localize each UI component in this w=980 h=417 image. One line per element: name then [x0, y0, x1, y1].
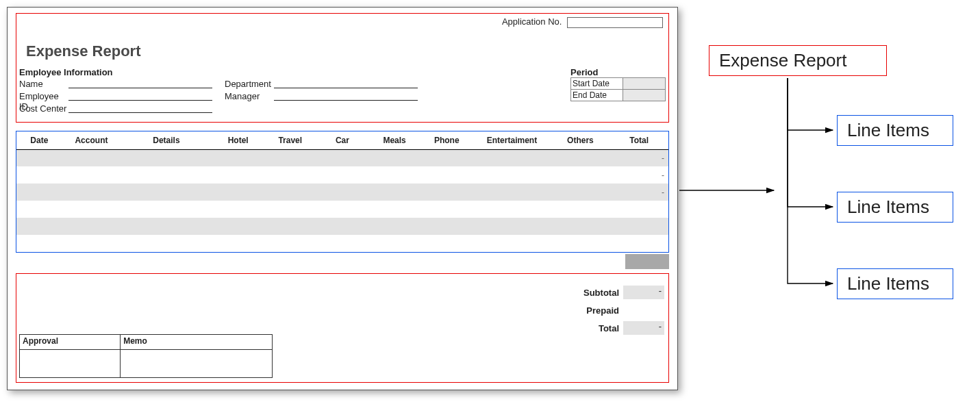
- total-label: Total: [562, 323, 623, 333]
- subtotal-value: -: [623, 286, 664, 299]
- approval-header: Approval: [20, 335, 121, 349]
- annotation-root: Expense Report: [709, 45, 887, 76]
- manager-input[interactable]: [274, 91, 418, 101]
- col-entertainment: Entertaiment: [473, 131, 551, 149]
- subtotal-label: Subtotal: [562, 288, 623, 298]
- total-value: -: [623, 321, 664, 335]
- line-item-row[interactable]: [16, 149, 668, 166]
- line-item-row[interactable]: [16, 184, 668, 201]
- approval-box: Approval Memo: [19, 334, 273, 378]
- line-item-row[interactable]: [16, 201, 668, 218]
- annotation-child-3: Line Items: [837, 268, 953, 299]
- manager-label: Manager: [225, 91, 274, 103]
- name-label: Name: [19, 79, 68, 91]
- form-title: Expense Report: [26, 42, 141, 60]
- name-input[interactable]: [68, 79, 212, 88]
- col-account: Account: [62, 131, 121, 149]
- application-number-label: Application No.: [502, 16, 562, 27]
- line-item-row[interactable]: [16, 235, 668, 252]
- application-number-field: Application No.: [502, 16, 663, 28]
- col-total: Total: [610, 131, 668, 149]
- col-date: Date: [16, 131, 62, 149]
- col-meals: Meals: [368, 131, 420, 149]
- period-heading: Period: [570, 67, 666, 77]
- line-items-table: Date Account Details Hotel Travel Car Me…: [16, 131, 668, 252]
- totals-block: Subtotal - Prepaid Total -: [562, 283, 664, 337]
- grand-total-cell: [625, 254, 669, 269]
- header-section: Application No. Expense Report Employee …: [16, 13, 669, 123]
- annotation-child-1: Line Items: [837, 115, 953, 146]
- col-others: Others: [551, 131, 610, 149]
- period-block: Period Start Date End Date: [570, 67, 666, 101]
- col-details: Details: [121, 131, 212, 149]
- annotation-child-2: Line Items: [837, 192, 953, 223]
- department-label: Department: [225, 79, 274, 91]
- cost-center-input[interactable]: [68, 103, 212, 113]
- col-phone: Phone: [420, 131, 473, 149]
- line-item-row[interactable]: [16, 218, 668, 235]
- line-items-section: Date Account Details Hotel Travel Car Me…: [16, 131, 669, 253]
- approval-cell[interactable]: [20, 350, 121, 377]
- employee-info-heading: Employee Information: [19, 67, 418, 77]
- memo-header: Memo: [121, 335, 150, 349]
- employee-id-input[interactable]: [68, 91, 212, 101]
- line-item-row[interactable]: [16, 166, 668, 184]
- col-travel: Travel: [264, 131, 316, 149]
- application-number-input[interactable]: [567, 17, 663, 28]
- start-date-label: Start Date: [571, 78, 623, 90]
- col-hotel: Hotel: [212, 131, 264, 149]
- expense-report-form: Application No. Expense Report Employee …: [7, 7, 678, 390]
- prepaid-label: Prepaid: [562, 305, 623, 316]
- employee-info-block: Employee Information Name Department Emp…: [19, 67, 418, 116]
- cost-center-label: Cost Center: [19, 103, 68, 116]
- end-date-label: End Date: [571, 90, 623, 101]
- col-car: Car: [316, 131, 368, 149]
- end-date-input[interactable]: [623, 90, 666, 101]
- line-items-header-row: Date Account Details Hotel Travel Car Me…: [16, 131, 668, 149]
- prepaid-value[interactable]: [623, 303, 664, 317]
- employee-id-label: Employee ID: [19, 91, 68, 103]
- start-date-input[interactable]: [623, 78, 666, 90]
- department-input[interactable]: [274, 79, 418, 88]
- footer-section: Subtotal - Prepaid Total - Approval Memo: [16, 273, 669, 383]
